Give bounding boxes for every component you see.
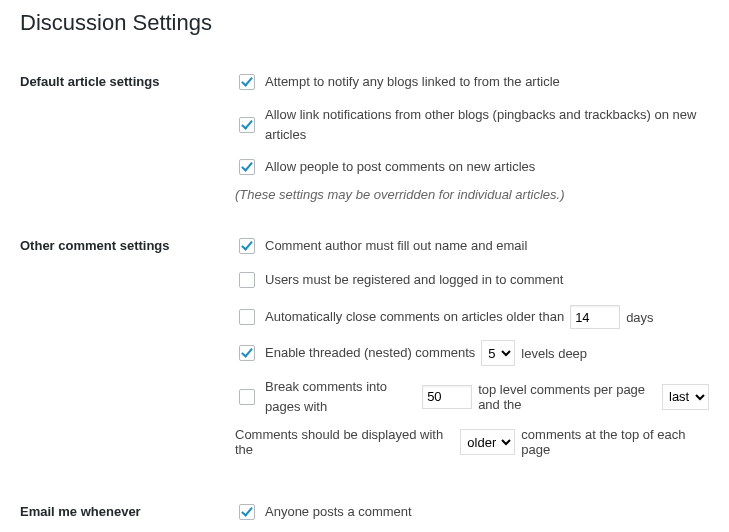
- notify-blogs-label: Attempt to notify any blogs linked to fr…: [265, 72, 560, 92]
- email-anyone-posts-checkbox[interactable]: [239, 504, 255, 520]
- discussion-settings-table: Default article settings Attempt to noti…: [20, 56, 709, 532]
- paginate-checkbox[interactable]: [239, 389, 255, 405]
- notify-blogs-checkbox[interactable]: [239, 74, 255, 90]
- section-heading-other-comment: Other comment settings: [20, 220, 235, 486]
- auto-close-prefix: Automatically close comments on articles…: [265, 307, 564, 327]
- require-registration-label: Users must be registered and logged in t…: [265, 270, 563, 290]
- section-heading-default-article: Default article settings: [20, 56, 235, 220]
- paginate-default-page-select[interactable]: last: [662, 384, 709, 410]
- auto-close-days-input[interactable]: [570, 305, 620, 329]
- page-title: Discussion Settings: [20, 10, 709, 36]
- auto-close-suffix: days: [626, 310, 653, 325]
- auto-close-checkbox[interactable]: [239, 309, 255, 325]
- allow-pingbacks-checkbox[interactable]: [239, 117, 255, 133]
- threaded-checkbox[interactable]: [239, 345, 255, 361]
- order-prefix: Comments should be displayed with the: [235, 427, 454, 457]
- default-article-note: (These settings may be overridden for in…: [235, 187, 709, 202]
- paginate-prefix: Break comments into pages with: [265, 377, 416, 416]
- threaded-levels-select[interactable]: 5: [481, 340, 515, 366]
- email-anyone-posts-label: Anyone posts a comment: [265, 502, 412, 522]
- threaded-suffix: levels deep: [521, 346, 587, 361]
- paginate-mid: top level comments per page and the: [478, 382, 656, 412]
- order-suffix: comments at the top of each page: [521, 427, 709, 457]
- require-registration-checkbox[interactable]: [239, 272, 255, 288]
- threaded-prefix: Enable threaded (nested) comments: [265, 343, 475, 363]
- allow-comments-label: Allow people to post comments on new art…: [265, 157, 535, 177]
- section-heading-email-me: Email me whenever: [20, 486, 235, 532]
- paginate-perpage-input[interactable]: [422, 385, 472, 409]
- allow-comments-checkbox[interactable]: [239, 159, 255, 175]
- allow-pingbacks-label: Allow link notifications from other blog…: [265, 105, 709, 144]
- require-name-email-label: Comment author must fill out name and em…: [265, 236, 527, 256]
- comment-order-select[interactable]: older: [460, 429, 515, 455]
- require-name-email-checkbox[interactable]: [239, 238, 255, 254]
